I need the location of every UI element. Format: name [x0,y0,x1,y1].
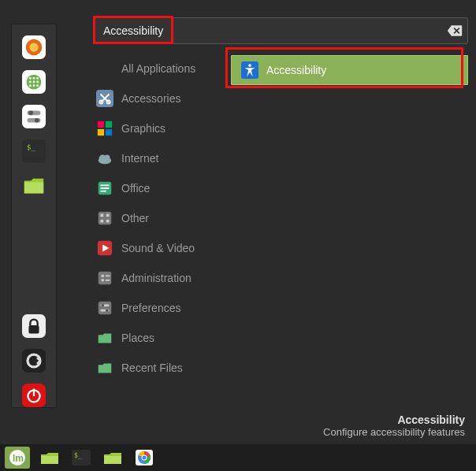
svg-rect-33 [106,121,112,128]
scissors-icon [96,90,113,107]
category-label: Sound & Video [121,242,195,254]
category-label: Places [121,332,154,344]
mint-menu-screenshot: $_ All Applications [0,0,476,471]
files-icon[interactable] [22,174,46,198]
search-results: Accessibility [231,54,468,397]
tooltip-description: Configure accessibility features [323,426,465,438]
category-label: All Applications [121,62,195,75]
chrome-icon[interactable] [132,448,156,467]
svg-rect-66 [104,456,121,464]
category-internet[interactable]: Internet [93,143,215,173]
category-label: Internet [121,152,158,165]
graphics-icon [96,120,113,137]
folder-icon [96,329,113,347]
svg-point-16 [28,111,33,116]
search-bar [93,17,468,44]
blank-icon [96,60,113,77]
terminal-icon[interactable]: $_ [22,139,46,163]
svg-point-60 [248,64,251,67]
category-label: Administration [121,272,192,284]
svg-point-2 [29,43,38,51]
preferences-icon [96,299,113,317]
svg-point-52 [101,279,104,282]
logout-icon[interactable] [22,349,46,373]
svg-point-18 [35,118,39,123]
favorites-sidebar: $_ [11,24,57,408]
result-accessibility[interactable]: Accessibility [231,55,468,85]
office-icon [96,180,113,197]
category-label: Office [121,182,150,195]
svg-rect-43 [99,212,112,225]
svg-text:$_: $_ [74,452,82,459]
svg-point-6 [33,77,35,80]
settings-icon[interactable] [22,105,46,128]
svg-rect-46 [101,220,104,223]
app-tooltip: Accessibility Configure accessibility fe… [323,414,465,438]
application-menu: All Applications Accessories Graphics In… [93,17,468,397]
category-label: Preferences [121,302,180,314]
svg-point-38 [104,154,110,160]
taskbar: lm $_ [0,444,476,471]
category-other[interactable]: Other [93,203,215,233]
svg-rect-35 [106,129,112,135]
svg-text:$_: $_ [27,143,36,151]
svg-rect-54 [99,302,112,315]
category-graphics[interactable]: Graphics [93,113,215,143]
category-label: Other [121,212,149,224]
svg-point-9 [33,81,35,83]
svg-point-70 [143,456,147,460]
svg-rect-53 [106,280,110,281]
result-label: Accessibility [266,64,326,76]
svg-point-5 [29,77,32,80]
search-input[interactable] [93,17,468,44]
admin-icon [96,269,113,287]
files-icon[interactable] [38,448,61,467]
category-sound-video[interactable]: Sound & Video [93,233,215,263]
category-recent-files[interactable]: Recent Files [93,353,215,383]
category-places[interactable]: Places [93,323,215,353]
category-preferences[interactable]: Preferences [93,293,215,323]
category-office[interactable]: Office [93,173,215,203]
svg-rect-49 [99,272,112,285]
tooltip-title: Accessibility [323,414,465,426]
terminal-icon[interactable]: $_ [69,448,93,467]
svg-point-56 [101,304,104,307]
svg-rect-34 [98,129,104,135]
category-administration[interactable]: Administration [93,263,215,293]
svg-point-12 [33,84,35,87]
svg-text:lm: lm [13,453,24,464]
svg-point-11 [29,84,32,87]
svg-rect-45 [106,214,110,217]
svg-rect-41 [101,187,110,189]
svg-rect-24 [22,349,46,373]
lock-icon[interactable] [22,314,46,338]
play-icon [96,239,113,257]
category-all-applications[interactable]: All Applications [93,54,215,83]
svg-rect-21 [24,182,43,193]
category-accessories[interactable]: Accessories [93,83,215,113]
svg-point-13 [36,84,39,87]
svg-rect-40 [101,184,110,186]
grid-icon [96,210,113,227]
svg-rect-42 [101,191,106,192]
files-icon[interactable] [101,448,125,467]
mint-start-icon[interactable]: lm [5,447,30,469]
svg-rect-47 [106,220,110,223]
svg-rect-44 [101,214,104,217]
svg-rect-32 [98,121,104,128]
firefox-icon[interactable] [22,35,46,59]
svg-rect-51 [106,275,110,276]
apps-icon[interactable] [22,70,46,94]
svg-point-50 [101,274,104,277]
svg-point-58 [106,309,109,312]
category-label: Graphics [121,122,165,135]
svg-point-7 [36,77,39,80]
svg-rect-63 [41,456,58,464]
svg-point-8 [29,81,32,83]
power-icon[interactable] [22,384,46,407]
accessibility-icon [241,61,258,79]
svg-rect-14 [22,105,46,128]
category-label: Recent Files [121,362,183,374]
clear-search-icon[interactable] [446,24,463,38]
folder-icon [96,359,113,376]
